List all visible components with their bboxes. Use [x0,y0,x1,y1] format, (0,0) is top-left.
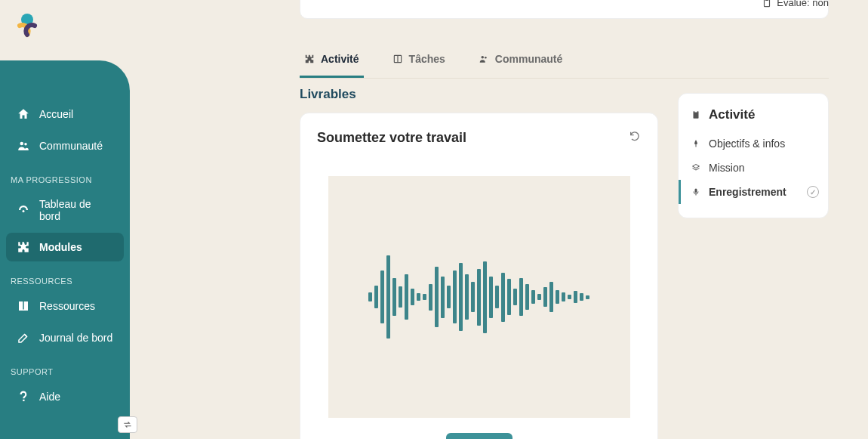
sidebar-group-ressources: RESSOURCES [0,263,130,290]
activity-panel: Activité Objectifs & infos Mission Enreg… [678,93,829,218]
svg-rect-3 [765,0,770,6]
sidebar-item-label: Communauté [39,140,103,152]
sidebar-group-support: SUPPORT [0,354,130,381]
home-icon [17,107,30,121]
app-logo[interactable] [12,11,42,44]
evaluation-text: Évalué: non [777,0,829,8]
users-icon [17,139,30,153]
svg-rect-10 [694,110,697,112]
activity-panel-title: Activité [679,104,828,131]
sidebar-item-label: Accueil [39,108,73,120]
sidebar-item-modules[interactable]: Modules [6,233,124,261]
sidebar-item-communaute[interactable]: Communauté [6,131,124,160]
svg-point-1 [24,143,26,145]
waveform-icon [368,255,589,339]
svg-point-7 [481,56,484,59]
users-icon [479,54,489,64]
sidebar-item-aide[interactable]: Aide [6,382,124,411]
tab-activite[interactable]: Activité [300,45,364,78]
card-title: Soumettez votre travail [317,130,641,146]
previous-card-edge [300,0,829,19]
sidebar-item-accueil[interactable]: Accueil [6,100,124,128]
gauge-icon [17,203,30,217]
book-icon [17,299,30,313]
columns-icon [392,54,403,64]
evaluation-badge: Évalué: non [762,0,829,8]
activity-item-mission[interactable]: Mission [679,156,828,180]
tab-label: Tâches [409,53,445,65]
check-circle-icon: ✓ [807,186,819,198]
layers-icon [691,162,701,173]
svg-rect-9 [694,111,699,118]
waveform-display [328,176,630,418]
clipboard-icon [691,110,701,120]
sidebar-item-ressources[interactable]: Ressources [6,292,124,320]
sidebar-item-dashboard[interactable]: Tableau de bord [6,190,124,230]
tab-communaute[interactable]: Communauté [474,45,567,78]
svg-rect-11 [695,189,697,193]
submit-card: Soumettez votre travail Stop [300,113,658,439]
tab-label: Communauté [495,53,562,65]
sidebar-item-label: Tableau de bord [39,198,113,222]
sidebar-item-label: Journal de bord [39,332,112,344]
activity-item-objectifs[interactable]: Objectifs & infos [679,131,828,156]
svg-point-8 [485,57,487,59]
puzzle-icon [17,240,30,254]
sidebar: Accueil Communauté MA PROGRESSION Tablea… [0,60,130,439]
tab-taches[interactable]: Tâches [388,45,450,78]
main-content: Évalué: non Activité Tâches Communauté L… [130,0,868,439]
sidebar-group-progression: MA PROGRESSION [0,162,130,189]
section-title-livrables: Livrables [300,87,658,102]
clipboard-icon [762,0,772,8]
activity-item-label: Enregistrement [709,186,786,198]
activity-item-enregistrement[interactable]: Enregistrement ✓ [679,180,828,204]
pin-icon [691,138,701,149]
edit-icon [17,331,30,345]
question-icon [17,390,30,403]
content-tabs: Activité Tâches Communauté [300,45,829,79]
panel-title-text: Activité [709,107,755,122]
sidebar-item-label: Modules [39,241,82,253]
svg-point-2 [23,210,25,212]
sidebar-item-label: Ressources [39,300,95,312]
activity-item-label: Mission [709,162,744,174]
activity-item-label: Objectifs & infos [709,138,785,150]
sidebar-item-journal[interactable]: Journal de bord [6,323,124,352]
undo-button[interactable] [626,127,644,145]
mic-icon [691,187,701,197]
tab-label: Activité [321,53,359,65]
sidebar-item-label: Aide [39,391,60,403]
puzzle-icon [304,54,315,64]
stop-button[interactable]: Stop [446,433,512,439]
svg-point-0 [20,142,24,146]
